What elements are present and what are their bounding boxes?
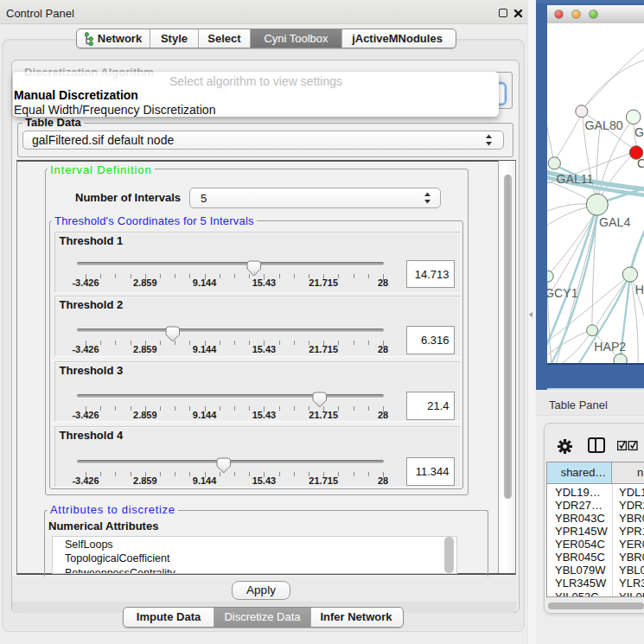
svg-text:GAL11: GAL11 — [556, 172, 593, 186]
svg-text:GAL80: GAL80 — [585, 118, 623, 132]
svg-text:H: H — [635, 283, 644, 296]
svg-text:GAL4: GAL4 — [599, 215, 630, 229]
svg-text:G.: G. — [634, 125, 644, 139]
svg-text:GCY1: GCY1 — [547, 286, 578, 300]
svg-text:HAP2: HAP2 — [594, 340, 626, 354]
svg-text:C: C — [637, 156, 644, 170]
